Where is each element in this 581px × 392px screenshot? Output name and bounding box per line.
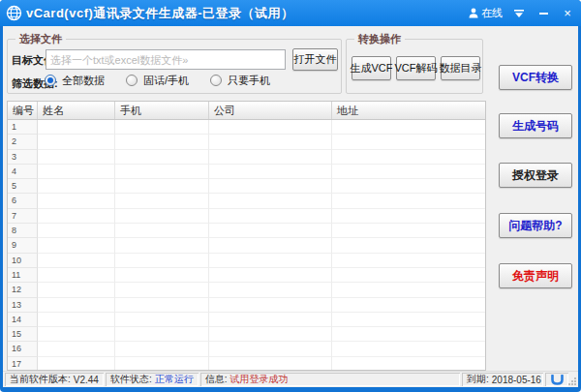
status-icon-panel[interactable]	[545, 373, 568, 386]
select-file-group-label: 选择文件	[15, 32, 66, 46]
table-cell	[38, 135, 115, 149]
table-cell	[209, 209, 332, 224]
table-row[interactable]: 5	[8, 179, 485, 194]
generate-number-button[interactable]: 生成号码	[499, 113, 572, 138]
table-cell	[332, 179, 485, 194]
table-cell	[332, 150, 485, 165]
table-cell	[332, 238, 485, 253]
authorize-login-button[interactable]: 授权登录	[499, 163, 572, 188]
header-cell-mobile[interactable]: 手机	[115, 102, 209, 119]
table-cell	[209, 135, 332, 149]
table-cell	[332, 357, 485, 370]
table-row[interactable]: 2	[8, 135, 485, 149]
row-number-cell: 10	[8, 254, 38, 268]
resize-grip[interactable]	[568, 372, 578, 387]
globe-icon	[6, 5, 22, 21]
table-row[interactable]: 14	[8, 313, 485, 327]
vcf-convert-button[interactable]: VCF转换	[499, 65, 572, 90]
row-number-cell: 6	[8, 194, 38, 208]
row-number-cell: 5	[8, 179, 38, 194]
version-panel: 当前软件版本: V2.44	[5, 373, 104, 386]
header-cell-company[interactable]: 公司	[209, 102, 332, 119]
table-cell	[332, 209, 485, 224]
table-row[interactable]: 12	[8, 283, 485, 297]
table-cell	[38, 179, 115, 194]
table-row[interactable]: 4	[8, 165, 485, 179]
table-cell	[38, 342, 115, 356]
table-row[interactable]: 17	[8, 357, 485, 370]
table-row[interactable]: 9	[8, 238, 485, 253]
table-row[interactable]: 15	[8, 327, 485, 342]
row-number-cell: 17	[8, 357, 38, 370]
radio-circle[interactable]	[45, 75, 56, 86]
radio-circle[interactable]	[210, 75, 222, 86]
header-cell-name[interactable]: 姓名	[38, 102, 115, 119]
row-number-cell: 13	[8, 298, 38, 313]
disclaimer-button[interactable]: 免责声明	[499, 263, 572, 288]
app-status-icon	[551, 375, 564, 385]
data-directory-button[interactable]: 数据目录	[441, 56, 480, 80]
table-cell	[209, 194, 332, 208]
table-cell	[332, 298, 485, 313]
radio-option-1[interactable]: 固话/手机	[126, 74, 189, 88]
version-value: V2.44	[74, 375, 99, 385]
radio-label: 全部数据	[62, 74, 105, 88]
table-cell	[332, 165, 485, 179]
table-cell	[115, 150, 209, 165]
table-cell	[38, 165, 115, 179]
info-panel: 信息: 试用登录成功	[200, 373, 460, 386]
online-status[interactable]: 在线	[469, 6, 503, 20]
table-cell	[209, 313, 332, 327]
status-panel: 软件状态: 正常运行	[106, 373, 199, 386]
table-cell	[332, 194, 485, 208]
table-cell	[209, 165, 332, 179]
info-label: 信息:	[205, 373, 228, 386]
table-row[interactable]: 8	[8, 224, 485, 238]
table-row[interactable]: 10	[8, 254, 485, 268]
resize-grip-icon	[568, 377, 576, 385]
table-cell	[115, 313, 209, 327]
online-label: 在线	[481, 6, 503, 20]
radio-option-0[interactable]: 全部数据	[45, 74, 105, 88]
minimize-button[interactable]	[535, 6, 551, 21]
skin-menu-button[interactable]	[511, 6, 527, 21]
target-file-input[interactable]	[46, 49, 286, 70]
table-cell	[115, 283, 209, 297]
table-cell	[332, 135, 485, 149]
table-row[interactable]: 3	[8, 150, 485, 165]
table-cell	[209, 120, 332, 135]
close-button[interactable]: ×	[560, 6, 575, 21]
table-cell	[115, 254, 209, 268]
table-cell	[209, 179, 332, 194]
table-row[interactable]: 1	[8, 120, 485, 135]
window-title: vCard(vcf)通讯录文件生成器-已登录（试用）	[26, 5, 294, 22]
table-row[interactable]: 11	[8, 268, 485, 283]
row-number-cell: 11	[8, 268, 38, 283]
titlebar[interactable]: vCard(vcf)通讯录文件生成器-已登录（试用） 在线 ×	[0, 0, 581, 26]
header-cell-address[interactable]: 地址	[332, 102, 485, 119]
radio-option-2[interactable]: 只要手机	[210, 74, 270, 88]
expiry-value: 2018-05-16	[492, 375, 541, 385]
table-row[interactable]: 16	[8, 342, 485, 356]
table-cell	[115, 179, 209, 194]
table-cell	[38, 327, 115, 342]
table-cell	[209, 342, 332, 356]
radio-circle[interactable]	[126, 75, 138, 86]
row-number-cell: 1	[8, 120, 38, 135]
open-file-button[interactable]: 打开文件	[292, 48, 338, 71]
table-row[interactable]: 7	[8, 209, 485, 224]
help-button[interactable]: 问题帮助?	[499, 213, 572, 238]
table-row[interactable]: 6	[8, 194, 485, 208]
radio-label: 只要手机	[228, 74, 270, 88]
table-cell	[115, 120, 209, 135]
expiry-label: 到期:	[467, 373, 489, 386]
filter-radio-group: 全部数据固话/手机只要手机	[45, 73, 291, 88]
chevron-down-icon	[514, 10, 524, 17]
generate-vcf-button[interactable]: 生成VCF	[352, 56, 391, 80]
table-row[interactable]: 13	[8, 298, 485, 313]
table-cell	[38, 313, 115, 327]
table-body: 1234567891011121314151617	[8, 120, 485, 370]
table-cell	[209, 254, 332, 268]
vcf-decode-button[interactable]: VCF解码	[396, 56, 436, 80]
header-cell-id[interactable]: 编号	[8, 102, 38, 119]
